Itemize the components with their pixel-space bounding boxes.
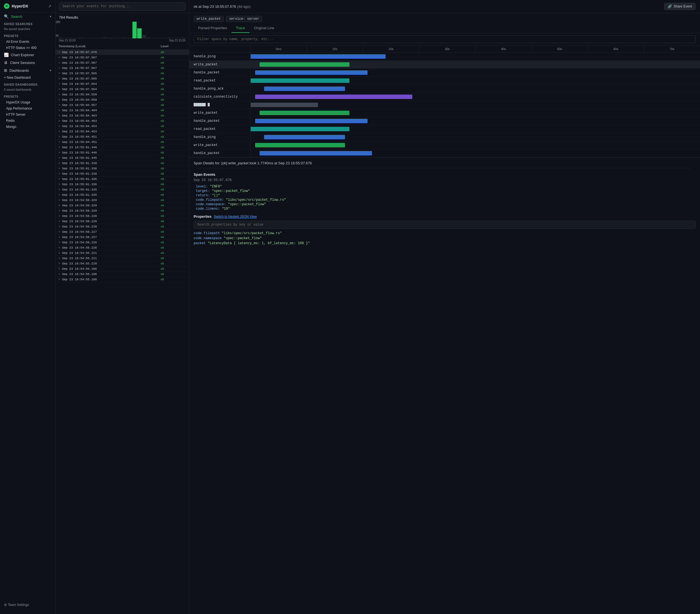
trace-span-name: handle_pong_ack bbox=[189, 86, 250, 92]
table-row[interactable]: > Sep 23 16:55:04.463 ok bbox=[55, 113, 189, 118]
table-row[interactable]: > Sep 23 16:54:55.220 ok bbox=[55, 261, 189, 266]
trace-span-row[interactable]: write_packet bbox=[189, 141, 700, 149]
team-settings[interactable]: ⚙ Team Settings bbox=[0, 600, 55, 610]
cell-level: ok bbox=[158, 87, 189, 92]
table-row[interactable]: > Sep 23 16:54:58.228 ok bbox=[55, 219, 189, 224]
cell-expand: > Sep 23 16:55:07.567 bbox=[55, 60, 158, 66]
prop-val: "spec::packet_flow" bbox=[228, 203, 266, 206]
sidebar-item-client-sessions[interactable]: 🖥 Client Sessions bbox=[0, 59, 55, 66]
preset-mongo[interactable]: Mongo bbox=[0, 124, 55, 130]
table-row[interactable]: > Sep 23 16:54:55.106 ok bbox=[55, 277, 189, 282]
table-row[interactable]: > Sep 23 16:55:07.567 ok bbox=[55, 55, 189, 60]
cell-level: ok bbox=[158, 118, 189, 124]
sidebar-item-chart-explorer[interactable]: 📈 Chart Explorer bbox=[0, 51, 55, 59]
table-row[interactable]: > Sep 23 16:55:04.451 ok bbox=[55, 134, 189, 140]
table-row[interactable]: > Sep 23 16:55:04.559 ok bbox=[55, 97, 189, 103]
property-row: code.namespace "spec::packet_flow" bbox=[193, 236, 696, 241]
table-row[interactable]: > Sep 23 16:55:04.559 ok bbox=[55, 92, 189, 97]
trace-bar-area bbox=[250, 61, 700, 68]
trace-span-row[interactable]: ██████ █ bbox=[189, 101, 700, 109]
trace-bar bbox=[264, 135, 345, 139]
preset-http-400[interactable]: HTTP Status >= 400 bbox=[0, 45, 55, 51]
table-row[interactable]: > Sep 23 16:55:01.336 ok bbox=[55, 177, 189, 182]
table-row[interactable]: > Sep 23 16:54:58.329 ok bbox=[55, 203, 189, 208]
table-row[interactable]: > Sep 23 16:54:58.227 ok bbox=[55, 235, 189, 240]
trace-bar-area bbox=[250, 133, 700, 141]
preset-redis[interactable]: Redis bbox=[0, 118, 55, 124]
table-row[interactable]: > Sep 23 16:54:58.329 ok bbox=[55, 198, 189, 203]
table-row[interactable]: > Sep 23 16:55:01.338 ok bbox=[55, 171, 189, 177]
table-row[interactable]: > Sep 23 16:55:07.567 ok bbox=[55, 60, 189, 66]
properties-search-input[interactable] bbox=[193, 221, 696, 229]
trace-span-row[interactable]: handle_packet bbox=[189, 69, 700, 77]
tab-trace[interactable]: Trace bbox=[232, 24, 250, 33]
table-row[interactable]: > Sep 23 16:54:58.226 ok bbox=[55, 245, 189, 251]
table-row[interactable]: > Sep 23 16:55:07.567 ok bbox=[55, 66, 189, 71]
table-row[interactable]: > Sep 23 16:55:04.453 ok bbox=[55, 129, 189, 134]
trace-span-row[interactable]: handle_ping bbox=[189, 133, 700, 141]
histogram-bar bbox=[113, 38, 117, 38]
table-row[interactable]: > Sep 23 16:54:58.228 ok bbox=[55, 214, 189, 219]
table-row[interactable]: > Sep 23 16:54:55.221 ok bbox=[55, 256, 189, 261]
cell-expand: > Sep 23 16:55:01.336 bbox=[55, 177, 158, 182]
table-row[interactable]: > Sep 23 16:54:58.226 ok bbox=[55, 240, 189, 245]
span-event-prop: code.lineno: "19" bbox=[196, 207, 696, 211]
table-row[interactable]: > Sep 23 16:55:01.446 ok bbox=[55, 150, 189, 155]
switch-to-nested-link[interactable]: Switch to Nested JSON View bbox=[214, 215, 257, 219]
trace-span-row[interactable]: handle_pong_ack bbox=[189, 85, 700, 93]
new-dashboard-button[interactable]: + New Dashboard bbox=[0, 74, 55, 81]
share-event-button[interactable]: 🔗 Share Event bbox=[664, 3, 696, 10]
table-row[interactable]: > Sep 23 16:54:58.228 ok bbox=[55, 224, 189, 229]
table-row[interactable]: > Sep 23 16:55:01.338 ok bbox=[55, 166, 189, 171]
trace-span-row[interactable]: write_packet bbox=[189, 109, 700, 117]
span-event-prop: level: "INFO" bbox=[196, 184, 696, 189]
trace-span-row[interactable]: read_packet bbox=[189, 125, 700, 133]
trace-time-col-label: 0ms bbox=[250, 46, 307, 52]
table-row[interactable]: > Sep 23 16:55:01.445 ok bbox=[55, 155, 189, 161]
table-row[interactable]: > Sep 23 16:55:04.451 ok bbox=[55, 140, 189, 145]
preset-app-performance[interactable]: App Performance bbox=[0, 105, 55, 112]
trace-span-row[interactable]: handle_packet bbox=[189, 149, 700, 157]
table-row[interactable]: > Sep 23 16:55:01.339 ok bbox=[55, 161, 189, 166]
table-row[interactable]: > Sep 23 16:54:55.106 ok bbox=[55, 266, 189, 272]
table-row[interactable]: > Sep 23 16:55:04.463 ok bbox=[55, 118, 189, 124]
histogram-bar bbox=[142, 35, 147, 38]
sidebar-item-dashboards[interactable]: ⊞ Dashboards ▾ bbox=[0, 66, 55, 74]
table-row[interactable]: > Sep 23 16:55:04.464 ok bbox=[55, 108, 189, 113]
preset-http-server[interactable]: HTTP Server bbox=[0, 112, 55, 118]
trace-span-row[interactable]: handle_packet bbox=[189, 117, 700, 125]
table-row[interactable]: > Sep 23 16:54:55.106 ok bbox=[55, 272, 189, 277]
cell-level: ok bbox=[158, 208, 189, 214]
cell-expand: > Sep 23 16:54:58.329 bbox=[55, 203, 158, 208]
span-event-prop: code.namespace: "spec::packet_flow" bbox=[196, 202, 696, 207]
table-row[interactable]: > Sep 23 16:55:04.453 ok bbox=[55, 124, 189, 129]
trace-span-row[interactable]: read_packet bbox=[189, 77, 700, 85]
histogram-bar bbox=[118, 38, 122, 38]
table-row[interactable]: > Sep 23 16:55:07.564 ok bbox=[55, 81, 189, 87]
search-input[interactable] bbox=[59, 2, 186, 11]
table-row[interactable]: > Sep 23 16:54:55.221 ok bbox=[55, 251, 189, 256]
tab-original-line[interactable]: Original Line bbox=[250, 24, 279, 33]
table-row[interactable]: > Sep 23 16:55:01.446 ok bbox=[55, 145, 189, 150]
table-row[interactable]: > Sep 23 16:54:58.329 ok bbox=[55, 208, 189, 214]
table-row[interactable]: > Sep 23 16:55:01.335 ok bbox=[55, 192, 189, 198]
table-row[interactable]: > Sep 23 16:55:07.564 ok bbox=[55, 87, 189, 92]
table-row[interactable]: > Sep 23 16:55:07.676 ok bbox=[55, 50, 189, 55]
preset-hyperdx-usage[interactable]: HyperDX Usage bbox=[0, 99, 55, 105]
table-row[interactable]: > Sep 23 16:55:07.565 ok bbox=[55, 71, 189, 76]
table-row[interactable]: > Sep 23 16:55:01.336 ok bbox=[55, 182, 189, 187]
histogram-bar bbox=[64, 38, 68, 38]
table-row[interactable]: > Sep 23 16:54:58.227 ok bbox=[55, 229, 189, 235]
preset-all-errors[interactable]: All Error Events bbox=[0, 39, 55, 45]
trace-span-row[interactable]: write_packet bbox=[189, 61, 700, 69]
table-row[interactable]: > Sep 23 16:55:07.565 ok bbox=[55, 76, 189, 81]
sidebar-expand-button[interactable]: ↗ bbox=[48, 4, 51, 8]
trace-bar-area bbox=[250, 141, 700, 149]
trace-filter-input[interactable] bbox=[193, 35, 696, 43]
trace-span-row[interactable]: calculate_connectivity bbox=[189, 93, 700, 101]
tab-parsed-properties[interactable]: Parsed Properties bbox=[193, 24, 232, 33]
trace-span-row[interactable]: handle_ping bbox=[189, 53, 700, 61]
sidebar-item-search[interactable]: 🔍 Search ▾ bbox=[0, 13, 55, 20]
table-row[interactable]: > Sep 23 16:55:04.557 ok bbox=[55, 103, 189, 108]
table-row[interactable]: > Sep 23 16:55:01.335 ok bbox=[55, 187, 189, 192]
